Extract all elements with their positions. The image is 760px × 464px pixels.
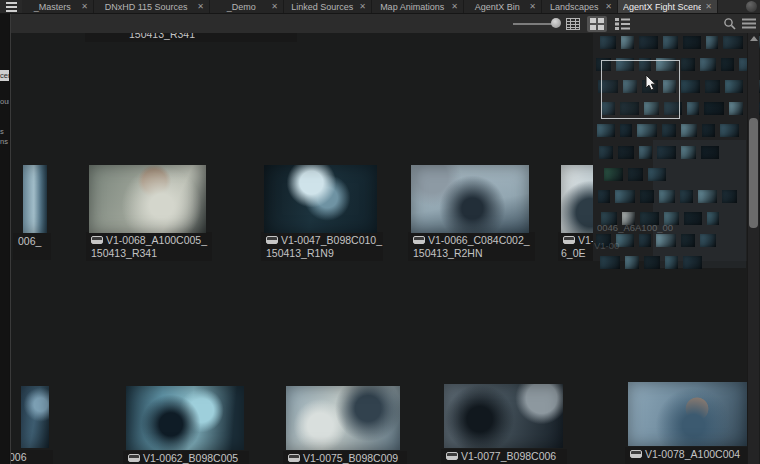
mini-clip-thumbnail[interactable]: [639, 146, 652, 159]
tab-close-icon[interactable]: ✕: [605, 2, 612, 11]
sidebar-bin-item[interactable]: ns: [0, 136, 9, 147]
thumbnail-size-slider-knob[interactable]: [551, 18, 561, 28]
mini-clip-thumbnail[interactable]: [722, 190, 737, 203]
tab-close-icon[interactable]: ✕: [81, 2, 88, 11]
mini-clip-thumbnail[interactable]: [698, 190, 717, 203]
tab--demo[interactable]: _Demo✕: [210, 0, 284, 13]
scrollbar-thumb[interactable]: [749, 118, 758, 228]
clip-thumbnail[interactable]: [286, 386, 400, 450]
mini-clip-thumbnail[interactable]: [702, 124, 715, 137]
tab-close-icon[interactable]: ✕: [451, 2, 458, 11]
sidebar-bin-item[interactable]: ourc: [0, 96, 9, 107]
mini-clip-thumbnail[interactable]: [621, 36, 634, 49]
clip-name-label[interactable]: 006: [11, 452, 27, 463]
mini-clip-thumbnail[interactable]: [628, 168, 643, 181]
clip-name-label[interactable]: 006_: [18, 236, 41, 247]
tab-linked-sources[interactable]: Linked Sources✕: [284, 0, 372, 13]
mini-clip-thumbnail[interactable]: [604, 168, 623, 181]
mini-clip-thumbnail[interactable]: [681, 234, 695, 247]
vertical-scrollbar[interactable]: [747, 33, 759, 464]
mini-clip-thumbnail[interactable]: [687, 102, 699, 115]
mini-clip-thumbnail[interactable]: [620, 124, 632, 137]
clip-thumbnail[interactable]: [23, 165, 47, 233]
clip-name-label[interactable]: V1-0068_A100C005_: [91, 235, 207, 246]
mini-clip-thumbnail[interactable]: [704, 102, 724, 115]
tabbar-hamburger-icon[interactable]: [0, 0, 22, 13]
clip-thumbnail[interactable]: [411, 165, 529, 233]
mini-clip-thumbnail[interactable]: [681, 58, 695, 71]
tab--masters[interactable]: _Masters✕: [22, 0, 94, 13]
clip-thumbnail[interactable]: [89, 165, 206, 233]
mini-clip-thumbnail[interactable]: [706, 36, 718, 49]
mini-clip-thumbnail[interactable]: [705, 80, 720, 93]
mini-clip-thumbnail[interactable]: [639, 234, 651, 247]
tab-close-icon[interactable]: ✕: [529, 2, 536, 11]
mini-clip-thumbnail[interactable]: [640, 190, 654, 203]
tabbar-round-button[interactable]: [742, 0, 760, 13]
mini-clip-thumbnail[interactable]: [681, 80, 700, 93]
mini-clip-thumbnail[interactable]: [648, 168, 666, 181]
mini-clip-thumbnail[interactable]: [657, 146, 676, 159]
mini-clip-thumbnail[interactable]: [662, 124, 676, 137]
tab-close-icon[interactable]: ✕: [359, 2, 366, 11]
mini-clip-thumbnail[interactable]: [720, 124, 739, 137]
clip-thumbnail[interactable]: [126, 386, 244, 450]
clip-name-label[interactable]: V1-0047_B098C010_: [266, 235, 382, 246]
mini-clip-thumbnail[interactable]: [644, 256, 660, 269]
text-view-button[interactable]: [563, 16, 583, 32]
mini-clip-thumbnail[interactable]: [598, 190, 610, 203]
tab-close-icon[interactable]: ✕: [705, 2, 712, 11]
mini-clip-thumbnail[interactable]: [665, 256, 678, 269]
tab-dnxhd-115-sources[interactable]: DNxHD 115 Sources✕: [94, 0, 210, 13]
mini-clip-thumbnail[interactable]: [659, 190, 675, 203]
clip-name-label[interactable]: V1-0077_B098C006: [446, 451, 556, 462]
mini-clip-thumbnail[interactable]: [663, 36, 678, 49]
mini-clip-thumbnail[interactable]: [684, 212, 702, 225]
mini-clip-thumbnail[interactable]: [725, 80, 743, 93]
clip-thumbnail[interactable]: [444, 384, 563, 448]
bin-content[interactable]: 150413_R341006_V1-0068_A100C005_150413_R…: [11, 33, 760, 464]
tab-close-icon[interactable]: ✕: [197, 2, 204, 11]
tab-landscapes[interactable]: Landscapes✕: [542, 0, 618, 13]
clip-name-label[interactable]: 150413_R1N9: [266, 248, 334, 259]
mini-clip-thumbnail[interactable]: [600, 36, 616, 49]
scrollbar-up-arrow-icon[interactable]: [750, 36, 758, 41]
mini-clip-thumbnail[interactable]: [721, 58, 734, 71]
clip-name-label[interactable]: V1-0066_C084C002_: [413, 235, 530, 246]
clip-name-label[interactable]: V1-0062_B098C005: [128, 453, 238, 464]
mini-clip-thumbnail[interactable]: [615, 190, 635, 203]
mini-clip-thumbnail[interactable]: [656, 234, 676, 247]
mini-clip-thumbnail[interactable]: [707, 212, 719, 225]
clip-thumbnail[interactable]: [21, 386, 49, 448]
mini-clip-thumbnail[interactable]: [599, 146, 613, 159]
clip-name-label[interactable]: V1-0078_A100C004: [630, 449, 740, 460]
mini-clip-thumbnail[interactable]: [681, 146, 696, 159]
tab-map-animations[interactable]: Map Animations✕: [372, 0, 464, 13]
mini-clip-thumbnail[interactable]: [639, 36, 658, 49]
clip-name-label[interactable]: 150413_R341: [129, 33, 195, 40]
clip-name-label[interactable]: 6_0E: [561, 248, 586, 259]
mini-clip-thumbnail[interactable]: [723, 36, 743, 49]
clip-name-label[interactable]: 150413_R2HN: [413, 248, 482, 259]
mini-clip-thumbnail[interactable]: [600, 256, 620, 269]
mini-clip-thumbnail[interactable]: [683, 256, 702, 269]
mini-clip-thumbnail[interactable]: [625, 256, 639, 269]
clip-name-label[interactable]: 150413_R341: [91, 248, 157, 259]
mini-clip-thumbnail[interactable]: [683, 36, 701, 49]
mini-clip-thumbnail[interactable]: [618, 146, 634, 159]
mini-clip-thumbnail[interactable]: [680, 190, 693, 203]
mini-clip-thumbnail[interactable]: [637, 124, 657, 137]
tab-agentx-fight-scene[interactable]: AgentX Fight Scene✕: [618, 0, 718, 13]
tab-close-icon[interactable]: ✕: [271, 2, 278, 11]
clip-name-label[interactable]: V1-: [563, 235, 594, 246]
clip-name-label[interactable]: V1-0075_B098C009: [288, 453, 398, 464]
script-view-button[interactable]: [612, 16, 632, 32]
frame-view-button[interactable]: [587, 16, 607, 32]
mini-clip-thumbnail[interactable]: [700, 234, 716, 247]
tab-agentx-bin[interactable]: AgentX Bin✕: [464, 0, 542, 13]
mini-clip-thumbnail[interactable]: [700, 58, 716, 71]
mini-clip-thumbnail[interactable]: [701, 146, 719, 159]
clip-thumbnail[interactable]: [628, 382, 747, 446]
sidebar-bin-item[interactable]: cen: [0, 70, 9, 81]
mini-clip-thumbnail[interactable]: [681, 124, 697, 137]
